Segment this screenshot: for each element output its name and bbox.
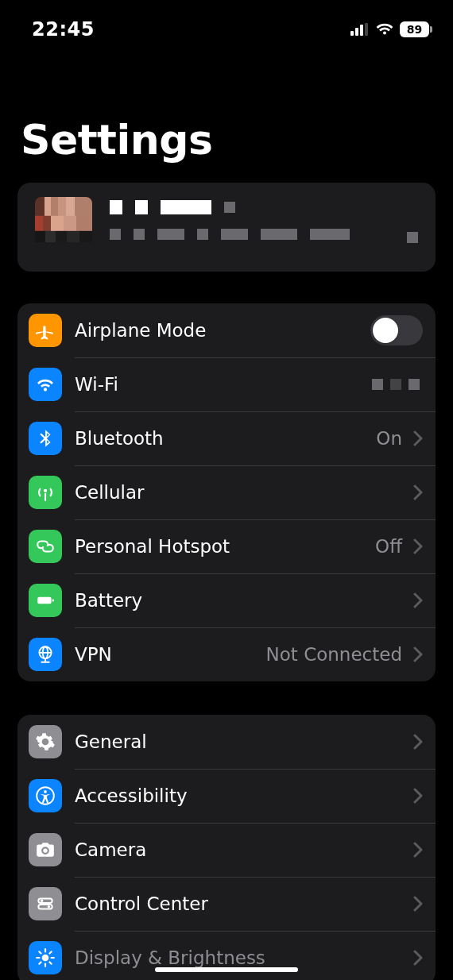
- svg-line-24: [39, 962, 41, 963]
- airplane-icon: [29, 314, 62, 347]
- status-bar: 22:45 89: [0, 8, 453, 51]
- hotspot-icon: [29, 530, 62, 563]
- vpn-globe-icon: [29, 638, 62, 671]
- svg-rect-13: [38, 899, 52, 903]
- svg-rect-0: [350, 31, 354, 36]
- status-right-cluster: 89: [350, 21, 429, 37]
- svg-rect-5: [52, 599, 54, 601]
- row-airplane-mode[interactable]: Airplane Mode: [17, 303, 436, 357]
- camera-icon: [29, 833, 62, 866]
- status-time: 22:45: [32, 18, 95, 41]
- row-battery[interactable]: Battery: [17, 573, 436, 627]
- row-display-brightness[interactable]: Display & Brightness: [17, 931, 436, 980]
- camera-label: Camera: [75, 839, 405, 860]
- gear-icon: [29, 725, 62, 758]
- svg-point-16: [48, 905, 50, 908]
- wifi-icon: [376, 23, 393, 36]
- cellular-label: Cellular: [75, 482, 405, 503]
- control-center-label: Control Center: [75, 893, 405, 914]
- svg-point-17: [42, 955, 49, 962]
- svg-point-12: [44, 790, 47, 793]
- home-indicator[interactable]: [155, 967, 298, 972]
- battery-indicator: 89: [400, 21, 429, 37]
- brightness-icon: [29, 941, 62, 974]
- svg-rect-3: [365, 23, 368, 36]
- svg-rect-2: [360, 25, 363, 36]
- chevron-right-icon: [413, 538, 423, 554]
- vpn-label: VPN: [75, 644, 266, 665]
- bluetooth-label: Bluetooth: [75, 428, 376, 449]
- vpn-detail: Not Connected: [266, 644, 402, 665]
- svg-line-22: [39, 951, 41, 953]
- battery-label: Battery: [75, 590, 405, 611]
- row-wifi[interactable]: Wi-Fi: [17, 357, 436, 411]
- svg-rect-1: [355, 28, 358, 36]
- chevron-right-icon: [413, 484, 423, 500]
- chevron-right-icon: [413, 646, 423, 662]
- cellular-icon: [29, 476, 62, 509]
- chevron-right-icon: [413, 788, 423, 804]
- chevron-right-icon: [413, 592, 423, 608]
- accessibility-label: Accessibility: [75, 785, 405, 806]
- settings-group-general: General Accessibility Camera Control Cen…: [17, 715, 436, 980]
- airplane-toggle[interactable]: [370, 315, 423, 345]
- wifi-detail-redacted: [372, 379, 420, 390]
- wifi-label: Wi-Fi: [75, 374, 372, 395]
- chevron-right-icon: [413, 950, 423, 966]
- svg-line-23: [49, 962, 51, 963]
- row-control-center[interactable]: Control Center: [17, 877, 436, 931]
- bluetooth-detail: On: [376, 428, 402, 449]
- row-vpn[interactable]: VPN Not Connected: [17, 627, 436, 681]
- hotspot-label: Personal Hotspot: [75, 536, 375, 557]
- chevron-right-icon: [413, 842, 423, 858]
- row-accessibility[interactable]: Accessibility: [17, 769, 436, 823]
- airplane-label: Airplane Mode: [75, 320, 370, 341]
- accessibility-icon: [29, 779, 62, 812]
- page-title: Settings: [21, 116, 453, 164]
- profile-text-redacted: [110, 200, 389, 240]
- hotspot-detail: Off: [375, 536, 402, 557]
- cellular-signal-icon: [350, 23, 370, 36]
- row-bluetooth[interactable]: Bluetooth On: [17, 411, 436, 465]
- general-label: General: [75, 731, 405, 752]
- svg-point-14: [41, 899, 43, 901]
- chevron-right-icon: [413, 430, 423, 446]
- row-camera[interactable]: Camera: [17, 823, 436, 877]
- profile-card[interactable]: [17, 183, 436, 272]
- chevron-right-icon: [413, 896, 423, 912]
- svg-line-25: [49, 951, 51, 953]
- row-general[interactable]: General: [17, 715, 436, 769]
- row-personal-hotspot[interactable]: Personal Hotspot Off: [17, 519, 436, 573]
- chevron-right-icon: [413, 734, 423, 750]
- display-label: Display & Brightness: [75, 947, 405, 968]
- battery-icon: [29, 584, 62, 617]
- battery-percent: 89: [407, 23, 422, 36]
- wifi-tile-icon: [29, 368, 62, 401]
- settings-group-connectivity: Airplane Mode Wi-Fi Bluetooth On Cellula…: [17, 303, 436, 681]
- bluetooth-icon: [29, 422, 62, 455]
- control-center-icon: [29, 887, 62, 920]
- avatar: [35, 197, 92, 254]
- row-cellular[interactable]: Cellular: [17, 465, 436, 519]
- svg-rect-4: [37, 597, 51, 604]
